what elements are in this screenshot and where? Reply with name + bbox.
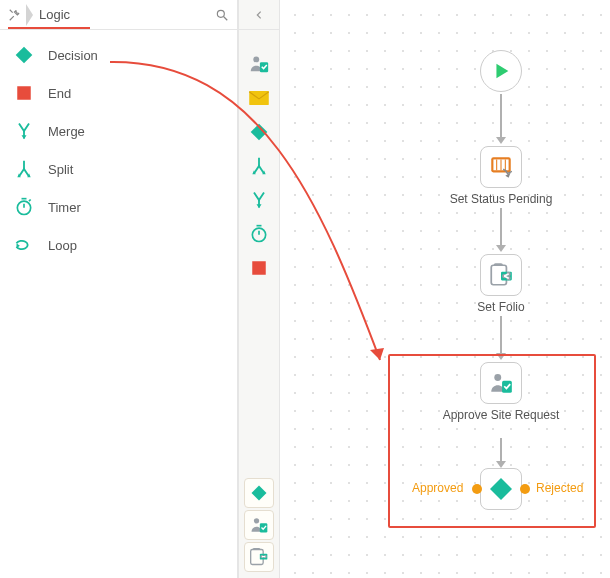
workflow-canvas[interactable]: Set Status Pending Set Folio Approve Sit… (280, 0, 610, 578)
subprocess-icon[interactable] (244, 542, 274, 572)
breadcrumb-category[interactable]: Logic (26, 4, 74, 26)
user-task-icon[interactable] (244, 48, 274, 80)
merge-icon[interactable] (244, 184, 274, 216)
breadcrumb-category-label: Logic (35, 7, 74, 22)
port-rejected[interactable] (520, 484, 530, 494)
svg-marker-17 (251, 124, 268, 141)
mini-icons-top (244, 48, 274, 284)
tool-split[interactable]: Split (0, 150, 237, 188)
timer-icon[interactable] (244, 218, 274, 250)
split-icon[interactable] (244, 150, 274, 182)
node-label: Set Folio (441, 300, 561, 314)
svg-point-14 (253, 56, 259, 62)
breadcrumb-root[interactable] (8, 4, 22, 26)
port-approved[interactable] (472, 484, 482, 494)
svg-marker-5 (22, 135, 27, 139)
collapse-button[interactable] (239, 0, 279, 30)
tool-label: Timer (48, 200, 81, 215)
svg-point-49 (494, 374, 501, 381)
svg-marker-35 (496, 64, 508, 79)
mail-icon[interactable] (244, 82, 274, 114)
svg-rect-26 (252, 261, 266, 275)
svg-point-9 (17, 201, 30, 214)
svg-rect-16 (249, 91, 269, 105)
svg-line-1 (224, 16, 228, 20)
split-icon (14, 159, 34, 179)
svg-marker-2 (16, 47, 33, 64)
tool-end[interactable]: End (0, 74, 237, 112)
arrow (500, 94, 502, 138)
svg-line-12 (29, 200, 31, 202)
node-label: Approve Site Request (441, 408, 561, 422)
tool-label: End (48, 86, 71, 101)
svg-marker-22 (257, 204, 262, 208)
arrow (500, 316, 502, 354)
mini-icons-bottom (244, 478, 274, 572)
tool-merge[interactable]: Merge (0, 112, 237, 150)
decision-icon (14, 45, 34, 65)
svg-point-23 (252, 228, 265, 241)
highlight-underline (8, 27, 90, 29)
port-label-approved: Approved (412, 481, 463, 495)
user-task-icon[interactable] (244, 510, 274, 540)
tool-label: Split (48, 162, 73, 177)
tool-list: Decision End Merge Split Timer (0, 30, 237, 270)
svg-rect-3 (17, 86, 31, 100)
decision-icon[interactable] (244, 478, 274, 508)
node-set-folio[interactable] (480, 254, 522, 296)
node-decision[interactable] (480, 468, 522, 510)
timer-icon (14, 197, 34, 217)
decision-icon[interactable] (244, 116, 274, 148)
svg-marker-27 (252, 486, 267, 501)
tool-label: Merge (48, 124, 85, 139)
tool-panel: Logic Decision End Merge (0, 0, 238, 578)
merge-icon (14, 121, 34, 141)
tool-decision[interactable]: Decision (0, 36, 237, 74)
node-set-status-pending[interactable] (480, 146, 522, 188)
start-node[interactable] (480, 50, 522, 92)
node-label: Set Status Pending (441, 192, 561, 206)
tools-icon (8, 8, 22, 22)
svg-marker-51 (490, 478, 512, 500)
tool-label: Decision (48, 48, 98, 63)
tool-loop[interactable]: Loop (0, 226, 237, 264)
arrow (500, 438, 502, 462)
tool-label: Loop (48, 238, 77, 253)
tool-timer[interactable]: Timer (0, 188, 237, 226)
mini-toolbar (238, 0, 280, 578)
breadcrumb: Logic (0, 0, 237, 30)
arrow (500, 208, 502, 246)
loop-icon (14, 235, 34, 255)
node-approve-site-request[interactable] (480, 362, 522, 404)
end-icon (14, 83, 34, 103)
end-icon[interactable] (244, 252, 274, 284)
port-label-rejected: Rejected (536, 481, 583, 495)
svg-point-0 (217, 10, 224, 17)
search-icon[interactable] (213, 6, 231, 24)
svg-point-28 (254, 518, 259, 523)
